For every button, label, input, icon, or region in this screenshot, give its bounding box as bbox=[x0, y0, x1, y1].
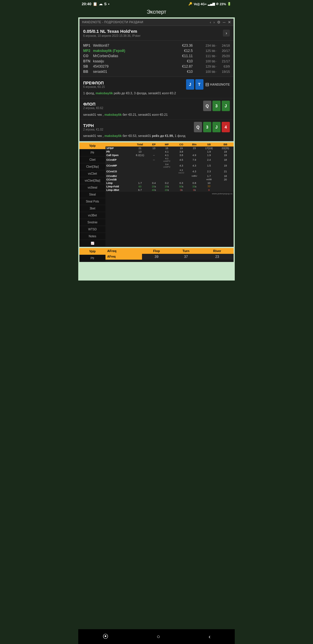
stat-pfr-co: 3.8 bbox=[174, 150, 188, 153]
sidebar-item-vscbet[interactable]: vsCbet bbox=[79, 170, 105, 177]
stat-ccvsbu-bb: 18 bbox=[217, 174, 234, 178]
stat-limp-bb bbox=[217, 181, 234, 185]
sidebar-item-vssteal[interactable]: vsSteal bbox=[79, 184, 105, 191]
sidebar-stealpots-label: Steal Pots bbox=[86, 200, 99, 203]
sidebar-item-steal[interactable]: Steal bbox=[79, 191, 105, 198]
sidebar-item-chart[interactable]: 📈 bbox=[79, 240, 105, 247]
h2n-close-button[interactable]: ✕ bbox=[228, 20, 231, 24]
turn-card-Q: Q bbox=[194, 122, 202, 132]
stats-main-1: Total EP MP CO Btn SB BB VP$IP 21 13 15 bbox=[105, 142, 234, 247]
hole-cards: J T bbox=[186, 79, 203, 90]
h2n-logo-icon: ⊟ bbox=[205, 82, 209, 87]
stat-ccvsep-ep: -- bbox=[149, 157, 159, 163]
stat-pfr-label: Pfr bbox=[105, 150, 131, 153]
flop-info: ФЛОП 2 игрока, €0.62 bbox=[83, 102, 103, 110]
afreq-river-val: 23 bbox=[201, 254, 234, 260]
sidebar-item-cbet[interactable]: Cbet bbox=[79, 156, 105, 163]
hero-name-turn: maksbaylik bbox=[105, 134, 122, 138]
sidebar-notes-label: Notes bbox=[89, 235, 96, 238]
card-J: J bbox=[186, 79, 194, 90]
stats-panel-2: Vpip Pfr AFreq Flop Turn River bbox=[79, 248, 234, 262]
player-money: €11.11 bbox=[177, 54, 193, 58]
stat-ccvsmp-mp: 3.4vsMP2 bbox=[159, 163, 175, 169]
sidebar-item-vpip[interactable]: Vpip bbox=[79, 142, 105, 149]
h2n-settings-button[interactable]: ⚙ bbox=[217, 20, 221, 24]
stat-ccvssb-bb: 20 bbox=[217, 178, 234, 181]
table-row: CO MrCorbenDallas €11.11 111 bb · 25/20 bbox=[83, 53, 230, 59]
player-pos: BB bbox=[83, 70, 92, 74]
player-money: €23.36 bbox=[177, 44, 193, 48]
main-content: HAND2NOTE - ПОДРОБНОСТИ РАЗДАЧИ ‹ › ⚙ ─ … bbox=[78, 17, 235, 281]
stat-ccvsbu-ep bbox=[149, 174, 159, 178]
stats-panel-1: Vpip Pfr Cbet Cbet[3bp] vsCbet vsCbet[3b… bbox=[79, 142, 234, 247]
stat-ccvsmp-co: 4.3 bbox=[174, 163, 188, 169]
sidebar-vssteal-label: vsSteal bbox=[88, 186, 97, 189]
h2n-minimize-button[interactable]: ─ bbox=[223, 20, 225, 24]
afreq-row: AFreq 39 37 23 bbox=[105, 254, 234, 260]
stat-ccvssb-co bbox=[174, 178, 188, 181]
preflop-players: 6 игроков, €0.15 bbox=[83, 85, 105, 88]
sidebar-item-notes[interactable]: Notes bbox=[79, 233, 105, 240]
sidebar-cbet-label: Cbet bbox=[89, 158, 95, 161]
sidebar-item-vs3bet[interactable]: vs3Bet bbox=[79, 212, 105, 219]
game-nav-arrow[interactable]: › bbox=[223, 30, 230, 37]
table-row: CCvsEP -- 4.1vsMP2 4.5 7.9 2.4 18 bbox=[105, 157, 234, 163]
player-money: €12.87 bbox=[177, 64, 193, 68]
stat-ccvsep-total bbox=[131, 157, 149, 163]
preflop-header: ПРЕФЛОП 6 игроков, €0.15 J T ⊟ HAND2NOTE bbox=[83, 79, 230, 90]
sidebar-vscbet3bp-label: vsCbet[3bp] bbox=[85, 179, 100, 182]
stat-limpfold-sb: 77 bbox=[201, 185, 217, 188]
sidebar-steal-label: Steal bbox=[89, 193, 96, 196]
stat-limpfold-mp: 20$ bbox=[159, 185, 175, 188]
stat-callopen-ep: -- bbox=[149, 153, 159, 157]
table-row: BB serask01 €10 100 bb · 19/15 bbox=[83, 69, 230, 74]
table-row: Call Open 8.2(11) -- 4.1 3.8 4.9 1.9 19 bbox=[105, 153, 234, 157]
afreq-col-river: River bbox=[201, 248, 234, 254]
network-info: Vo)) 4G+ bbox=[194, 2, 207, 6]
player-name: MrCorbenDallas bbox=[93, 54, 176, 58]
afreq-label: AFreq bbox=[105, 254, 142, 260]
sidebar-item-cbet3bp[interactable]: Cbet[3bp] bbox=[79, 163, 105, 170]
stat-pfr-ep bbox=[149, 150, 159, 153]
stat-limp3bet-sb: 0 bbox=[201, 188, 217, 192]
preflop-action: 1 фолд, maksbaylik рейз до €0.3, 3 фолда… bbox=[83, 91, 230, 96]
sidebar-item-3bet[interactable]: 3bet bbox=[79, 205, 105, 212]
stat-ccvsmp-label: CCvsMP bbox=[105, 163, 131, 169]
stat-vpsip-co: 19 bbox=[174, 146, 188, 150]
player-stats: 25/20 bbox=[218, 54, 230, 58]
sidebar-item-wtsd[interactable]: WTSD bbox=[79, 226, 105, 233]
sidebar-item-vscbet3bp[interactable]: vsCbet[3bp] bbox=[79, 177, 105, 184]
stat-ccvsco-co: 4.3vsCO bbox=[174, 169, 188, 174]
stat-ccvsmp-bb: 19 bbox=[217, 163, 234, 169]
sidebar-vscbet-label: vsCbet bbox=[88, 172, 97, 175]
sidebar-item-stealpots[interactable]: Steal Pots bbox=[79, 198, 105, 205]
col-header-mp: MP bbox=[159, 142, 175, 146]
player-pos: SB bbox=[83, 64, 92, 68]
player-money: €12.5 bbox=[177, 49, 193, 53]
stat-ccvsep-mp: 4.1vsMP2 bbox=[159, 157, 175, 163]
h2n-back-button[interactable]: ‹ bbox=[210, 20, 211, 24]
stat-limp-ep: 0.4 bbox=[149, 181, 159, 185]
sidebar-srednie-label: Srednie bbox=[88, 221, 97, 224]
h2n-forward-button[interactable]: › bbox=[213, 20, 214, 24]
afreq-col-flop: Flop bbox=[142, 248, 171, 254]
stat-limpfold-bb bbox=[217, 185, 234, 188]
sidebar2-item-vpip[interactable]: Vpip bbox=[79, 248, 105, 255]
stat-ccvsep-sb: 2.4 bbox=[201, 157, 217, 163]
col-header-label bbox=[105, 142, 131, 146]
stat-ccvsmp-btn: 4.3 bbox=[188, 163, 201, 169]
sidebar-item-pfr[interactable]: Pfr bbox=[79, 149, 105, 156]
col-header-bb: BB bbox=[217, 142, 234, 146]
turn-info: ТУРН 2 игрока, €1.02 bbox=[83, 123, 103, 131]
player-pos: BTN bbox=[83, 59, 92, 63]
stat-ccvsco-ep bbox=[149, 169, 159, 174]
sidebar2-item-pfr[interactable]: Pfr bbox=[79, 255, 105, 262]
stat-callopen-mp: 4.1 bbox=[159, 153, 175, 157]
player-money: €10 bbox=[177, 59, 193, 63]
col-header-co: CO bbox=[174, 142, 188, 146]
stat-ccvsco-btn: 4.3 bbox=[188, 169, 201, 174]
col-header-btn: Btn bbox=[188, 142, 201, 146]
stat-ccvsco-mp bbox=[159, 169, 175, 174]
sidebar-item-srednie[interactable]: Srednie bbox=[79, 219, 105, 226]
afreq-col-turn: Turn bbox=[171, 248, 201, 254]
